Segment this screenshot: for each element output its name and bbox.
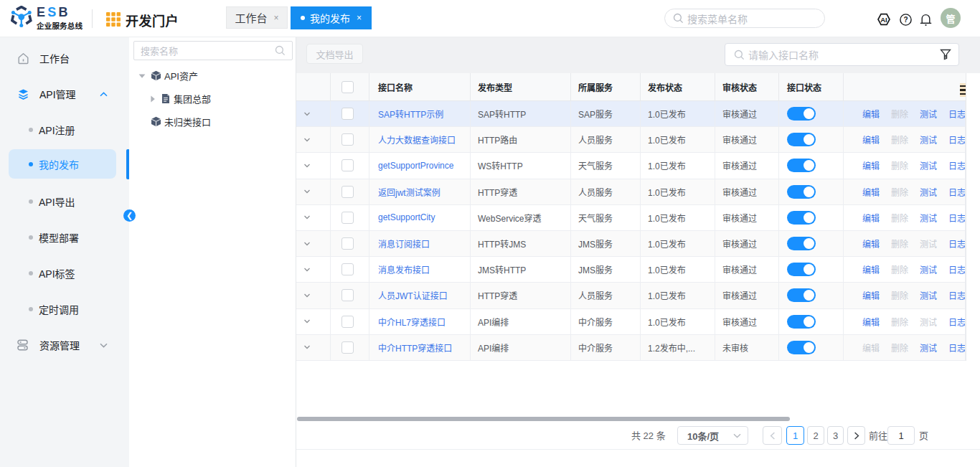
svg-text:?: ? [903,16,908,24]
svg-text:AI: AI [880,16,887,24]
